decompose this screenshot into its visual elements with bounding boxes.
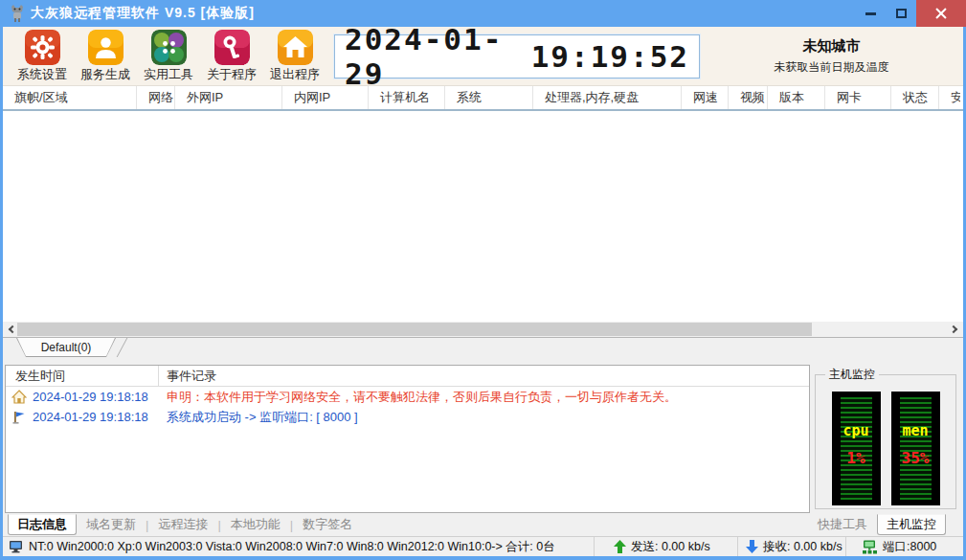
- monitor-groupbox: 主机监控 cpu 1% men 35%: [815, 374, 956, 509]
- monitor-panel: 主机监控 cpu 1% men 35%: [810, 365, 963, 513]
- tools-icon: [151, 30, 187, 65]
- toolbar-button-utilities[interactable]: 实用工具: [137, 29, 200, 84]
- log-message: 申明：本软件用于学习网络安全，请不要触犯法律，否则后果自行负责，一切与原作者无关…: [159, 389, 677, 406]
- log-header-row: 发生时间 事件记录: [6, 366, 809, 387]
- memory-gauge-value: 35%: [891, 449, 940, 467]
- column-header-lan-ip[interactable]: 内网IP: [282, 86, 369, 109]
- tab-log-info[interactable]: 日志信息: [8, 514, 77, 535]
- group-tab-default[interactable]: Default(0): [16, 338, 116, 357]
- memory-gauge-label: men: [891, 422, 940, 439]
- app-window: 大灰狼远程管理软件 V9.5 [体验版]: [0, 0, 966, 560]
- minimize-icon: [865, 12, 876, 15]
- lower-area: 发生时间 事件记录 2024-01-29 19:18:18 申明：本软件用于学习…: [3, 365, 963, 513]
- arrow-up-icon: [614, 540, 626, 553]
- city-label: 未知城市: [803, 37, 861, 56]
- gauge-container: cpu 1% men 35%: [816, 375, 955, 508]
- tab-remote-connect[interactable]: 远程连接: [148, 516, 217, 533]
- chevron-left-icon: [9, 325, 16, 333]
- key-icon: [214, 30, 250, 65]
- window-controls: [855, 0, 966, 27]
- scroll-right-button[interactable]: [947, 322, 963, 337]
- send-rate-text: 发送: 0.00 kb/s: [631, 539, 710, 555]
- log-panel: 发生时间 事件记录 2024-01-29 19:18:18 申明：本软件用于学习…: [5, 365, 810, 513]
- os-summary-text: NT:0 Win2000:0 Xp:0 Win2003:0 Vista:0 Wi…: [29, 539, 555, 555]
- toolbar-label: 实用工具: [144, 66, 193, 83]
- maximize-button[interactable]: [886, 0, 916, 27]
- column-header-cpu-mem-disk[interactable]: 处理器,内存,硬盘: [533, 86, 682, 109]
- column-header-speed[interactable]: 网速: [682, 86, 729, 109]
- right-tabbar: 快捷工具 主机监控: [808, 513, 946, 536]
- horizontal-scrollbar[interactable]: [3, 322, 963, 338]
- toolbar-button-system-settings[interactable]: 系统设置: [11, 29, 74, 84]
- log-timestamp: 2024-01-29 19:18:18: [33, 390, 159, 404]
- close-button[interactable]: [916, 0, 966, 27]
- column-header-network[interactable]: 网络: [137, 86, 175, 109]
- computer-icon: [9, 540, 24, 553]
- statusbar-port: 端口:8000: [845, 537, 963, 556]
- toolbar-button-about[interactable]: 关于程序: [200, 29, 263, 84]
- column-header-flag-region[interactable]: 旗帜/区域: [3, 86, 137, 109]
- maximize-icon: [896, 9, 907, 18]
- tab-quick-tools[interactable]: 快捷工具: [808, 516, 877, 533]
- statusbar: NT:0 Win2000:0 Xp:0 Win2003:0 Vista:0 Wi…: [3, 536, 963, 556]
- column-header-computer-name[interactable]: 计算机名: [369, 86, 445, 109]
- window-title: 大灰狼远程管理软件 V9.5 [体验版]: [31, 5, 255, 22]
- wolf-icon: [8, 4, 25, 23]
- tab-domain-update[interactable]: 域名更新: [77, 516, 146, 533]
- close-icon: [934, 7, 948, 20]
- column-header-os[interactable]: 系统: [445, 86, 533, 109]
- weather-status: 未获取当前日期及温度: [775, 59, 889, 76]
- tab-host-monitor[interactable]: 主机监控: [877, 514, 946, 535]
- toolbar-label: 退出程序: [270, 66, 320, 83]
- toolbar-label: 关于程序: [207, 66, 257, 83]
- weather-widget: 未知城市 未获取当前日期及温度: [700, 37, 963, 76]
- statusbar-recv: 接收: 0.00 kb/s: [737, 537, 845, 556]
- memory-gauge: men 35%: [891, 392, 940, 505]
- tab-digital-signature[interactable]: 数字签名: [293, 516, 362, 533]
- arrow-down-icon: [746, 540, 758, 553]
- column-header-security[interactable]: 安: [939, 86, 960, 109]
- toolbar-label: 系统设置: [17, 66, 67, 83]
- scrollbar-thumb[interactable]: [17, 323, 812, 336]
- home-icon: [278, 30, 313, 65]
- column-header-status[interactable]: 状态: [891, 86, 939, 109]
- log-row[interactable]: 2024-01-29 19:18:18 申明：本软件用于学习网络安全，请不要触犯…: [6, 387, 809, 407]
- toolbar-label: 服务生成: [80, 66, 130, 83]
- column-header-version[interactable]: 版本: [768, 86, 825, 109]
- chevron-right-icon: [950, 325, 957, 333]
- toolbar: 系统设置 服务生成 实用工具: [3, 27, 963, 86]
- flag-icon: [11, 410, 27, 425]
- statusbar-os-counts: NT:0 Win2000:0 Xp:0 Win2003:0 Vista:0 Wi…: [3, 537, 594, 556]
- group-tabstrip: Default(0): [3, 338, 963, 365]
- recv-rate-text: 接收: 0.00 kb/s: [763, 539, 842, 555]
- log-row[interactable]: 2024-01-29 19:18:18 系统成功启动 -> 监听端口: [ 80…: [6, 407, 809, 427]
- log-time-header[interactable]: 发生时间: [6, 366, 159, 386]
- statusbar-send: 发送: 0.00 kb/s: [594, 537, 737, 556]
- digital-clock: 2024-01-29 19:19:52: [334, 34, 700, 78]
- client-table-body[interactable]: [3, 111, 963, 322]
- log-timestamp: 2024-01-29 19:18:18: [33, 410, 159, 424]
- tab-local-function[interactable]: 本地功能: [221, 516, 290, 533]
- toolbar-button-service-generate[interactable]: 服务生成: [74, 29, 137, 84]
- group-tab-label: Default(0): [17, 338, 115, 356]
- home-icon: [11, 390, 27, 405]
- cpu-gauge-value: 1%: [832, 449, 881, 467]
- log-message: 系统成功启动 -> 监听端口: [ 8000 ]: [159, 409, 358, 426]
- clock-date: 2024-01-29: [345, 22, 531, 91]
- log-event-header[interactable]: 事件记录: [159, 368, 216, 385]
- port-text: 端口:8000: [883, 539, 936, 555]
- gear-icon: [25, 30, 60, 65]
- tab-separator: [117, 338, 128, 357]
- column-header-nic[interactable]: 网卡: [825, 86, 891, 109]
- minimize-button[interactable]: [855, 0, 886, 27]
- column-header-wan-ip[interactable]: 外网IP: [175, 86, 282, 109]
- bottom-tabbar: 日志信息 域名更新 | 远程连接 | 本地功能 | 数字签名 快捷工具 主机监控: [3, 513, 963, 536]
- clock-time: 19:19:52: [531, 39, 689, 74]
- cpu-gauge-label: cpu: [832, 422, 881, 439]
- network-icon: [862, 540, 878, 554]
- client-table-header: 旗帜/区域 网络 外网IP 内网IP 计算机名 系统 处理器,内存,硬盘 网速 …: [3, 86, 963, 111]
- column-header-video[interactable]: 视频: [729, 86, 768, 109]
- cpu-gauge: cpu 1%: [832, 392, 881, 505]
- user-icon: [88, 30, 124, 65]
- toolbar-button-exit[interactable]: 退出程序: [263, 29, 326, 84]
